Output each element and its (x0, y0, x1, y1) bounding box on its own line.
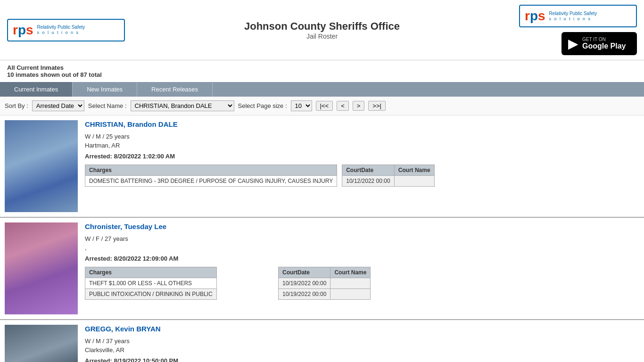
table-row: DOMESTIC BATTERING - 3RD DEGREE / PURPOS… (85, 176, 337, 187)
inmate-photo-1 (5, 120, 78, 212)
charge-cell-2-0: THEFT $1,000 OR LESS - ALL OTHERS (85, 278, 217, 289)
arrested-label-3: Arrested: (85, 357, 112, 362)
charge-cell-2-1: PUBLIC INTOXICATION / DRINKING IN PUBLIC (85, 289, 217, 300)
photo-placeholder-1 (5, 120, 78, 212)
logo-right-text: Relativity Public Safety s o l u t i o n… (549, 10, 597, 22)
inmate-info-1: CHRISTIAN, Brandon DALE W / M / 25 years… (85, 120, 639, 212)
court-date-cell-1-0: 10/12/2022 00:00 (342, 176, 394, 187)
court-date-cell-2-1: 10/19/2022 00:00 (279, 289, 330, 300)
google-play-store-name: Google Play (582, 42, 626, 50)
google-play-icon: ▶ (568, 36, 578, 51)
rps-logo-right-text: rps (525, 8, 545, 24)
logo-right-company: Relativity Public Safety (549, 10, 597, 16)
court-col-2: CourtDate Court Name 10/19/2022 00:00 10… (278, 267, 443, 300)
photo-placeholder-3 (5, 325, 78, 362)
sort-by-label: Sort By : (5, 102, 28, 109)
inmate-location-1: Hartman, AR (85, 142, 639, 149)
nav-next-button[interactable]: > (353, 101, 365, 111)
table-row: PUBLIC INTOXICATION / DRINKING IN PUBLIC (85, 289, 217, 300)
court-table-1: CourtDate Court Name 10/12/2022 00:00 (342, 165, 434, 187)
inmate-row: Chronister, Tuesday Lee W / F / 27 years… (0, 218, 644, 320)
arrested-label-1: Arrested: (85, 153, 112, 160)
sort-bar: Sort By : Arrested Date Name Select Name… (0, 97, 644, 115)
inmate-arrested-3: Arrested: 8/19/2022 10:50:00 PM (85, 357, 639, 362)
inmate-row: CHRISTIAN, Brandon DALE W / M / 25 years… (0, 115, 644, 218)
inmate-info-3: GREGG, Kevin BRYAN W / M / 37 years Clar… (85, 325, 639, 362)
inmate-location-2: , (85, 244, 639, 251)
court-name-header-1: Court Name (394, 165, 434, 176)
rps-logo-left-text: rps (13, 23, 33, 38)
logo-left-company: Relativity Public Safety (37, 24, 85, 30)
inmate-location-3: Clarksville, AR (85, 346, 639, 354)
court-date-header-1: CourtDate (342, 165, 394, 176)
table-row: 10/19/2022 00:00 (279, 278, 371, 289)
inmate-info-2: Chronister, Tuesday Lee W / F / 27 years… (85, 222, 639, 314)
arrested-date-1: 8/20/2022 1:02:00 AM (114, 153, 175, 160)
photo-placeholder-2 (5, 222, 78, 314)
header-title-block: Johnson County Sheriffs Office Jail Rost… (244, 20, 400, 40)
inmate-demo-1: W / M / 25 years (85, 133, 639, 140)
nav-first-button[interactable]: |<< (316, 101, 333, 111)
court-name-cell-2-1 (330, 289, 371, 300)
arrested-date-2: 8/20/2022 12:09:00 AM (114, 255, 178, 262)
name-select[interactable]: CHRISTIAN, Brandon DALE (131, 100, 234, 111)
inmate-arrested-2: Arrested: 8/20/2022 12:09:00 AM (85, 255, 639, 262)
google-play-button[interactable]: ▶ GET IT ON Google Play (561, 32, 637, 55)
inmates-summary-line2: 10 inmates shown out of 87 total (7, 71, 637, 78)
inmate-name-3: GREGG, Kevin BRYAN (85, 325, 639, 333)
charges-header-2: Charges (85, 267, 217, 278)
tab-bar: Current Inmates New Inmates Recent Relea… (0, 82, 644, 97)
nav-last-button[interactable]: >>| (368, 101, 386, 111)
table-row: 10/12/2022 00:00 (342, 176, 434, 187)
page-size-label: Select Page size : (238, 102, 287, 109)
court-name-cell-2-0 (330, 278, 371, 289)
charges-table-1: Charges DOMESTIC BATTERING - 3RD DEGREE … (85, 165, 337, 187)
inmate-name-1: CHRISTIAN, Brandon DALE (85, 120, 639, 128)
tab-new-inmates[interactable]: New Inmates (73, 82, 137, 97)
charge-cell-1-0: DOMESTIC BATTERING - 3RD DEGREE / PURPOS… (85, 176, 337, 187)
logo-right: rps Relativity Public Safety s o l u t i… (519, 5, 637, 27)
select-name-label: Select Name : (88, 102, 127, 109)
logo-left: rps Relativity Public Safety s o l u t i… (7, 19, 125, 41)
nav-prev-button[interactable]: < (337, 101, 349, 111)
inmate-name-2: Chronister, Tuesday Lee (85, 222, 639, 230)
charges-header-1: Charges (85, 165, 337, 176)
charges-col-2: Charges THEFT $1,000 OR LESS - ALL OTHER… (85, 267, 273, 300)
tab-current-inmates[interactable]: Current Inmates (0, 82, 73, 97)
sort-by-select[interactable]: Arrested Date Name (32, 100, 84, 111)
logo-left-text: Relativity Public Safety s o l u t i o n… (37, 24, 85, 36)
court-table-2: CourtDate Court Name 10/19/2022 00:00 10… (278, 267, 371, 300)
inmate-demo-3: W / M / 37 years (85, 337, 639, 345)
court-name-cell-1-0 (394, 176, 434, 187)
table-row: 10/19/2022 00:00 (279, 289, 371, 300)
page-size-select[interactable]: 10 25 50 (291, 100, 312, 111)
charges-section-2: Charges THEFT $1,000 OR LESS - ALL OTHER… (85, 267, 639, 300)
google-play-text: GET IT ON Google Play (582, 37, 626, 50)
court-name-header-2: Court Name (330, 267, 371, 278)
inmate-demo-2: W / F / 27 years (85, 235, 639, 242)
table-row: THEFT $1,000 OR LESS - ALL OTHERS (85, 278, 217, 289)
charges-table-2: Charges THEFT $1,000 OR LESS - ALL OTHER… (85, 267, 217, 300)
page-header: rps Relativity Public Safety s o l u t i… (0, 0, 644, 60)
inmate-arrested-1: Arrested: 8/20/2022 1:02:00 AM (85, 153, 639, 160)
inmates-summary: All Current Inmates 10 inmates shown out… (0, 60, 644, 82)
inmates-summary-line1: All Current Inmates (7, 64, 637, 71)
arrested-label-2: Arrested: (85, 255, 112, 262)
inmate-photo-3 (5, 325, 78, 362)
charges-col-1: Charges DOMESTIC BATTERING - 3RD DEGREE … (85, 165, 337, 187)
google-play-get-it-on: GET IT ON (582, 37, 626, 42)
logo-right-tagline: s o l u t i o n s (549, 16, 597, 22)
arrested-date-3: 8/19/2022 10:50:00 PM (114, 357, 178, 362)
charges-section-1: Charges DOMESTIC BATTERING - 3RD DEGREE … (85, 165, 639, 187)
court-col-1: CourtDate Court Name 10/12/2022 00:00 (342, 165, 507, 187)
court-date-cell-2-0: 10/19/2022 00:00 (279, 278, 330, 289)
inmate-photo-2 (5, 222, 78, 314)
page-subtitle: Jail Roster (244, 33, 400, 40)
tab-recent-releases[interactable]: Recent Releases (137, 82, 213, 97)
inmate-row: GREGG, Kevin BRYAN W / M / 37 years Clar… (0, 320, 644, 362)
court-date-header-2: CourtDate (279, 267, 330, 278)
logo-left-tagline: s o l u t i o n s (37, 30, 85, 36)
page-title: Johnson County Sheriffs Office (244, 20, 400, 33)
